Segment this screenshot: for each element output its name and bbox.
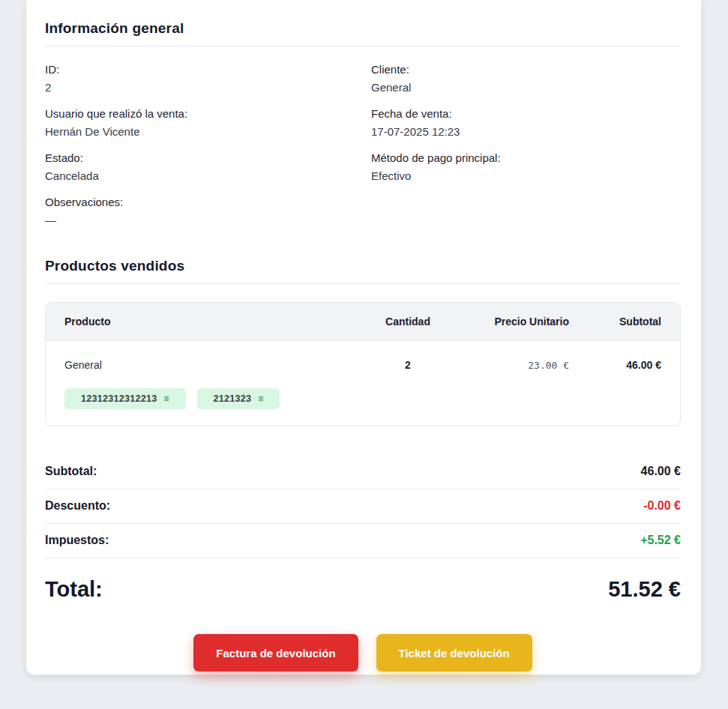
- grand-total-label: Total:: [45, 577, 103, 602]
- general-info-grid: ID: 2 Cliente: General Usuario que reali…: [45, 63, 681, 226]
- column-header-subtotal: Subtotal: [569, 316, 661, 328]
- field-id-label: ID:: [45, 63, 371, 76]
- subtotal-value: 46.00 €: [641, 465, 681, 478]
- table-row: General 2 23.00 € 46.00 € 12312312312213…: [46, 341, 680, 426]
- column-header-unit-price: Precio Unitario: [460, 316, 569, 328]
- general-info-title: Información general: [45, 20, 681, 46]
- products-table-header: Producto Cantidad Precio Unitario Subtot…: [46, 303, 680, 341]
- serial-number-text: 12312312312213: [81, 393, 157, 404]
- discount-label: Descuento:: [45, 499, 110, 513]
- serial-number-chip[interactable]: 12312312312213 ≡: [64, 388, 186, 409]
- field-status-value: Cancelada: [45, 169, 371, 182]
- field-sale-date: Fecha de venta: 17-07-2025 12:23: [371, 107, 681, 138]
- field-sale-date-label: Fecha de venta:: [371, 107, 681, 120]
- grand-total-value: 51.52 €: [608, 577, 681, 602]
- field-id: ID: 2: [45, 63, 371, 94]
- totals-section: Subtotal: 46.00 € Descuento: -0.00 € Imp…: [45, 455, 681, 606]
- field-observations: Observaciones: —: [45, 196, 371, 226]
- field-status-label: Estado:: [45, 151, 371, 164]
- cell-unit-price: 23.00 €: [460, 360, 569, 371]
- taxes-row: Impuestos: +5.52 €: [45, 524, 681, 558]
- serial-number-chip[interactable]: 2121323 ≡: [197, 388, 280, 409]
- field-client-value: General: [371, 81, 681, 94]
- products-title: Productos vendidos: [45, 258, 681, 284]
- field-observations-label: Observaciones:: [45, 196, 371, 208]
- cell-quantity: 2: [355, 359, 460, 371]
- field-payment-method-label: Método de pago principal:: [371, 151, 681, 164]
- subtotal-label: Subtotal:: [45, 465, 97, 478]
- serial-list-icon: ≡: [258, 394, 263, 403]
- return-invoice-button[interactable]: Factura de devolución: [193, 634, 358, 672]
- serial-number-text: 2121323: [214, 393, 252, 404]
- cell-product-name: General: [64, 359, 355, 371]
- serial-list-icon: ≡: [164, 394, 169, 403]
- discount-row: Descuento: -0.00 €: [45, 489, 681, 524]
- field-client: Cliente: General: [371, 63, 681, 94]
- action-buttons: Factura de devolución Ticket de devoluci…: [45, 634, 681, 672]
- taxes-label: Impuestos:: [45, 534, 109, 547]
- field-status: Estado: Cancelada: [45, 151, 371, 182]
- field-observations-value: —: [45, 214, 371, 226]
- column-header-quantity: Cantidad: [355, 316, 460, 328]
- products-table: Producto Cantidad Precio Unitario Subtot…: [45, 302, 681, 426]
- discount-value: -0.00 €: [643, 499, 681, 513]
- field-payment-method-value: Efectivo: [371, 169, 681, 182]
- field-seller-label: Usuario que realizó la venta:: [45, 107, 371, 120]
- field-id-value: 2: [45, 81, 371, 94]
- field-seller-value: Hernán De Vicente: [45, 125, 371, 138]
- taxes-value: +5.52 €: [640, 534, 681, 547]
- grand-total-row: Total: 51.52 €: [45, 558, 681, 606]
- field-payment-method: Método de pago principal: Efectivo: [371, 151, 681, 182]
- field-client-label: Cliente:: [371, 63, 681, 76]
- serial-number-list: 12312312312213 ≡ 2121323 ≡: [64, 388, 661, 409]
- products-section: Productos vendidos Producto Cantidad Pre…: [45, 258, 681, 426]
- cell-subtotal: 46.00 €: [569, 359, 661, 371]
- sale-detail-card: Información general ID: 2 Cliente: Gener…: [26, 0, 701, 675]
- field-seller: Usuario que realizó la venta: Hernán De …: [45, 107, 371, 138]
- subtotal-row: Subtotal: 46.00 €: [45, 455, 681, 489]
- field-sale-date-value: 17-07-2025 12:23: [371, 125, 681, 138]
- column-header-product: Producto: [64, 316, 355, 328]
- return-ticket-button[interactable]: Ticket de devolución: [376, 634, 532, 672]
